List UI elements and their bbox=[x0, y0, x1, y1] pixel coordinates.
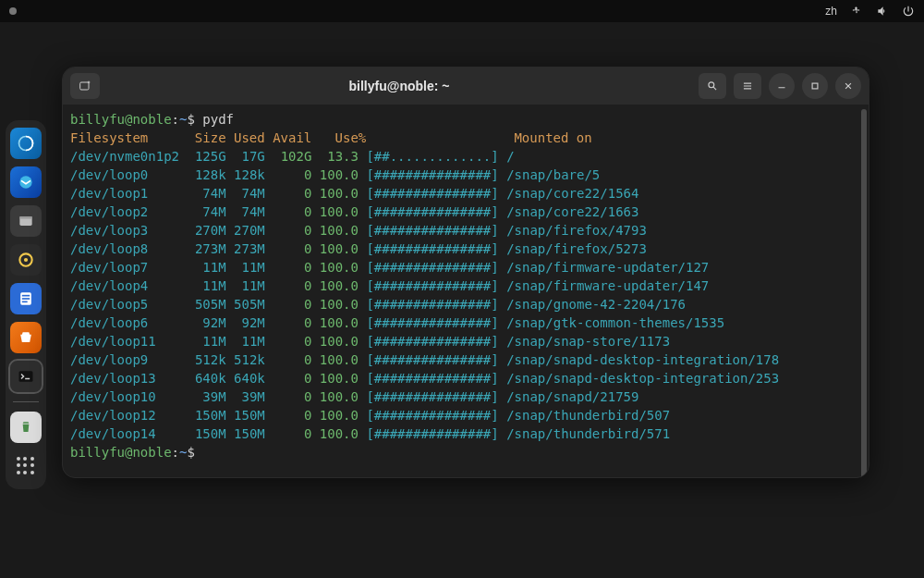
table-row: /dev/loop1 74M 74M 0 100.0 [############… bbox=[70, 184, 859, 203]
dock bbox=[6, 120, 46, 489]
svg-rect-11 bbox=[80, 82, 89, 90]
svg-point-5 bbox=[24, 258, 28, 262]
table-row: /dev/loop4 11M 11M 0 100.0 [############… bbox=[70, 277, 859, 295]
minimize-button[interactable] bbox=[769, 73, 795, 99]
svg-point-12 bbox=[709, 82, 714, 88]
table-row: /dev/nvme0n1p2 125G 17G 102G 13.3 [##...… bbox=[70, 147, 859, 166]
dock-trash-icon[interactable] bbox=[10, 412, 42, 443]
svg-rect-8 bbox=[22, 298, 30, 300]
dock-separator bbox=[13, 401, 39, 402]
svg-rect-13 bbox=[812, 83, 818, 89]
table-row: /dev/loop9 512k 512k 0 100.0 [##########… bbox=[70, 350, 859, 369]
table-row: /dev/loop0 128k 128k 0 100.0 [##########… bbox=[70, 166, 859, 184]
maximize-button[interactable] bbox=[802, 73, 828, 99]
power-icon[interactable] bbox=[902, 5, 915, 18]
table-row: /dev/loop5 505M 505M 0 100.0 [##########… bbox=[70, 295, 859, 314]
terminal-window: billyfu@noble: ~ billyfu@noble:~$ pydfFi… bbox=[62, 67, 869, 478]
terminal-body[interactable]: billyfu@noble:~$ pydfFilesystem Size Use… bbox=[63, 105, 869, 477]
close-button[interactable] bbox=[835, 73, 861, 99]
svg-rect-7 bbox=[22, 295, 30, 297]
dock-edge-icon[interactable] bbox=[10, 128, 42, 159]
prompt-line: billyfu@noble:~$ pydf bbox=[70, 110, 859, 129]
volume-icon[interactable] bbox=[876, 5, 889, 18]
dock-thunderbird-icon[interactable] bbox=[10, 166, 42, 198]
titlebar: billyfu@noble: ~ bbox=[63, 68, 869, 105]
table-row: /dev/loop8 273M 273M 0 100.0 [##########… bbox=[70, 240, 859, 258]
new-tab-button[interactable] bbox=[70, 73, 100, 99]
dock-libreoffice-icon[interactable] bbox=[10, 283, 42, 314]
table-row: /dev/loop6 92M 92M 0 100.0 [############… bbox=[70, 314, 859, 332]
dock-software-icon[interactable] bbox=[10, 322, 42, 353]
table-row: /dev/loop3 270M 270M 0 100.0 [##########… bbox=[70, 221, 859, 240]
svg-rect-10 bbox=[19, 371, 33, 382]
activities-dot[interactable] bbox=[9, 7, 17, 15]
input-method-indicator[interactable]: zh bbox=[825, 5, 837, 18]
table-row: /dev/loop14 150M 150M 0 100.0 [#########… bbox=[70, 424, 859, 443]
search-button[interactable] bbox=[699, 73, 726, 99]
table-row: /dev/loop11 11M 11M 0 100.0 [###########… bbox=[70, 332, 859, 350]
top-bar: zh bbox=[0, 0, 924, 22]
dock-show-apps-icon[interactable] bbox=[10, 450, 42, 482]
table-row: /dev/loop13 640k 640k 0 100.0 [#########… bbox=[70, 369, 859, 387]
dock-files-icon[interactable] bbox=[10, 205, 42, 237]
svg-point-1 bbox=[19, 176, 31, 188]
window-title: billyfu@noble: ~ bbox=[107, 79, 691, 93]
prompt-line-empty: billyfu@noble:~$ bbox=[70, 443, 859, 461]
svg-rect-9 bbox=[22, 301, 28, 303]
table-row: /dev/loop10 39M 39M 0 100.0 [###########… bbox=[70, 387, 859, 406]
svg-rect-3 bbox=[19, 216, 31, 219]
header-row: Filesystem Size Used Avail Use% Mounted … bbox=[70, 129, 859, 147]
table-row: /dev/loop2 74M 74M 0 100.0 [############… bbox=[70, 203, 859, 221]
network-icon[interactable] bbox=[850, 5, 863, 18]
menu-button[interactable] bbox=[734, 73, 761, 99]
table-row: /dev/loop7 11M 11M 0 100.0 [############… bbox=[70, 258, 859, 277]
table-row: /dev/loop12 150M 150M 0 100.0 [#########… bbox=[70, 406, 859, 424]
scrollbar-thumb[interactable] bbox=[861, 109, 867, 478]
dock-terminal-icon[interactable] bbox=[10, 361, 42, 392]
dock-rhythmbox-icon[interactable] bbox=[10, 244, 42, 276]
